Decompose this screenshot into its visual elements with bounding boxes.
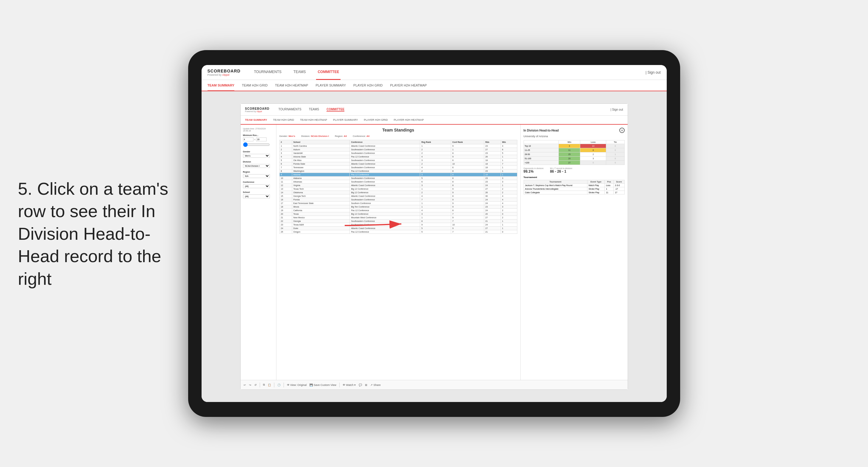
table-button[interactable]: ⊞ <box>365 383 367 386</box>
sub-nav-player-summary[interactable]: PLAYER SUMMARY <box>315 80 346 91</box>
sign-out-button[interactable]: | Sign out <box>646 70 661 74</box>
watch-button[interactable]: 👁 Watch ▾ <box>343 383 356 386</box>
table-row[interactable]: 5 Ole Miss Southeastern Conference 3 6 1… <box>279 159 517 162</box>
region-select[interactable]: N/A East West <box>243 174 270 178</box>
app-sub-team-h2h-heatmap[interactable]: TEAM H2H HEATMAP <box>300 116 327 125</box>
cell-school: Washington <box>292 169 350 173</box>
min-rounds-input[interactable] <box>243 137 253 142</box>
cell-conf-rank: 9 <box>451 201 484 205</box>
table-row[interactable]: 22 Georgia Southeastern Conference 8 7 2… <box>279 219 517 223</box>
table-row[interactable]: 11 Arkansas Southeastern Conference 6 8 … <box>279 180 517 184</box>
division-select[interactable]: NCAA Division I NCAA Division II NCAA Di… <box>243 164 270 168</box>
table-row[interactable]: 10 Alabama Southeastern Conference 5 8 2… <box>279 177 517 180</box>
app-nav-tournaments[interactable]: TOURNAMENTS <box>279 108 302 112</box>
app-logo-sub: Powered by clippd <box>245 110 270 113</box>
app-sub-player-summary[interactable]: PLAYER SUMMARY <box>333 116 358 125</box>
table-row[interactable]: 24 Duke Atlantic Coast Conference 5 9 27… <box>279 227 517 230</box>
nav-committee[interactable]: COMMITTEE <box>316 65 341 80</box>
app-sign-out[interactable]: | Sign out <box>610 108 623 111</box>
table-row[interactable]: 3 Vanderbilt Southeastern Conference 2 8… <box>279 152 517 155</box>
table-row[interactable]: 7 Tennessee Southeastern Conference 4 6 … <box>279 166 517 169</box>
filter-division: Division NCAA Division I NCAA Division I… <box>243 161 274 168</box>
table-header-row: # School Conference Reg Rank Conf Rank R… <box>279 140 517 144</box>
app-sub-team-h2h-grid[interactable]: TEAM H2H GRID <box>273 116 294 125</box>
nav-teams[interactable]: TEAMS <box>292 65 307 80</box>
table-row[interactable]: 18 Illinois Big Ten Conference 1 9 23 3 <box>279 205 517 209</box>
cell-conf-rank: 8 <box>451 152 484 155</box>
table-row[interactable]: 9 Arizona Pac-12 Conference 3 6 18 1 <box>279 173 517 177</box>
view-original-button[interactable]: 👁 View: Original <box>287 383 307 386</box>
cell-win: 1 <box>501 227 517 230</box>
table-row[interactable]: 1 North Carolina Atlantic Coast Conferen… <box>279 144 517 148</box>
h2h-loss-cell: 8 <box>580 148 606 152</box>
opponents-val: 99.1% <box>524 169 544 174</box>
cell-conf-rank: 6 <box>451 173 484 177</box>
app-sub-team-summary[interactable]: TEAM SUMMARY <box>245 116 267 125</box>
tournament-pos: Loss <box>605 184 614 187</box>
sub-nav-team-h2h-grid[interactable]: TEAM H2H GRID <box>242 80 268 91</box>
min-rounds-max-input[interactable] <box>256 137 267 142</box>
cell-conference: Southeastern Conference <box>350 159 420 162</box>
th-conf-rank: Conf Rank <box>451 140 484 144</box>
table-row[interactable]: 8 Washington Pac-12 Conference 2 8 23 1 <box>279 169 517 173</box>
cell-rds: 27 <box>484 148 501 152</box>
h2h-close-button[interactable]: ✕ <box>619 128 625 133</box>
table-row[interactable]: 20 Texas Big 12 Conference 3 7 20 0 <box>279 212 517 216</box>
table-row[interactable]: 19 California Pac-12 Conference 4 8 24 2 <box>279 209 517 212</box>
cell-school: Oklahoma <box>292 191 350 194</box>
table-row[interactable]: 23 Texas A&M Southeastern Conference 9 1… <box>279 223 517 227</box>
app-nav-committee[interactable]: COMMITTEE <box>327 108 344 112</box>
cell-rds: 23 <box>484 144 501 148</box>
app-sub-player-h2h-heatmap[interactable]: PLAYER H2H HEATMAP <box>394 116 424 125</box>
table-row[interactable]: 25 Oregon Pac-12 Conference 5 7 21 0 <box>279 230 517 234</box>
table-row[interactable]: 16 Florida Southeastern Conference 7 9 2… <box>279 198 517 201</box>
gender-select[interactable]: Men's Women's <box>243 154 270 158</box>
cell-conf-rank: 9 <box>451 187 484 191</box>
cell-school: Vanderbilt <box>292 152 350 155</box>
h2h-header: In Division Head-to-Head ✕ <box>524 128 625 133</box>
table-row[interactable]: 4 Arizona State Pac-12 Conference 4 9 26… <box>279 155 517 159</box>
min-rounds-slider[interactable] <box>243 142 270 147</box>
cell-num: 13 <box>279 187 292 191</box>
cell-school: North Carolina <box>292 144 350 148</box>
table-row[interactable]: 21 New Mexico Mountain West Conference 1… <box>279 216 517 219</box>
nav-tournaments[interactable]: TOURNAMENTS <box>253 65 283 80</box>
redo-back-button[interactable]: ↪ <box>249 383 251 386</box>
conference-select[interactable]: (All) SEC ACC Big 12 <box>243 184 270 188</box>
comment-button[interactable]: 💬 <box>359 383 362 386</box>
toolbar-sep-1 <box>260 383 260 387</box>
filter-min-rounds: Minimum Rou... – <box>243 134 274 148</box>
table-row[interactable]: 12 Virginia Atlantic Coast Conference 3 … <box>279 184 517 187</box>
table-row[interactable]: 2 Auburn Southeastern Conference 2 1 27 … <box>279 148 517 152</box>
share-button[interactable]: ↗ Share <box>370 383 381 386</box>
sub-nav-team-summary[interactable]: TEAM SUMMARY <box>208 80 235 91</box>
table-row[interactable]: 14 Oklahoma Big 12 Conference 2 9 26 2 <box>279 191 517 194</box>
h2h-grid-body: Top 10 3 13 0 11-25 11 8 0 26-50 25 2 1 … <box>524 144 624 165</box>
redo-forward-button[interactable]: ↺ <box>254 383 257 386</box>
cell-conf-rank: 8 <box>451 180 484 184</box>
table-row[interactable]: 13 Texas Tech Big 12 Conference 1 9 27 2 <box>279 187 517 191</box>
sub-nav-player-h2h-heatmap[interactable]: PLAYER H2H HEATMAP <box>390 80 427 91</box>
app-nav-teams[interactable]: TEAMS <box>309 108 319 112</box>
undo-button[interactable]: ↩ <box>244 383 246 386</box>
table-row[interactable]: 6 Florida State Atlantic Coast Conferenc… <box>279 162 517 166</box>
copy-button[interactable]: ⧉ <box>263 383 265 386</box>
cell-conference: Southeastern Conference <box>350 177 420 180</box>
cell-num: 8 <box>279 169 292 173</box>
sub-nav-team-h2h-heatmap[interactable]: TEAM H2H HEATMAP <box>275 80 308 91</box>
cell-win: 2 <box>501 191 517 194</box>
tournament-name: Jackson T. Stephens Cup Men's Match-Play… <box>524 184 587 187</box>
cell-school: Arkansas <box>292 180 350 184</box>
app-sub-player-h2h-grid[interactable]: PLAYER H2H GRID <box>364 116 388 125</box>
h2h-range-label: 11-25 <box>524 148 558 152</box>
table-row[interactable]: 15 Georgia Tech Atlantic Coast Conferenc… <box>279 194 517 198</box>
table-row[interactable]: 17 East Tennessee State Southern Confere… <box>279 201 517 205</box>
tournament-row: Cabo Collegiate Stroke Play 11 17 <box>524 191 624 194</box>
sub-nav-player-h2h-grid[interactable]: PLAYER H2H GRID <box>353 80 382 91</box>
cell-num: 4 <box>279 155 292 159</box>
cell-rds: 23 <box>484 169 501 173</box>
clock-button[interactable]: 🕐 <box>277 383 281 386</box>
save-custom-button[interactable]: 💾 Save Custom View <box>310 383 336 386</box>
paste-button[interactable]: 📋 <box>268 383 271 386</box>
school-select[interactable]: (All) Arizona Auburn <box>243 194 270 198</box>
